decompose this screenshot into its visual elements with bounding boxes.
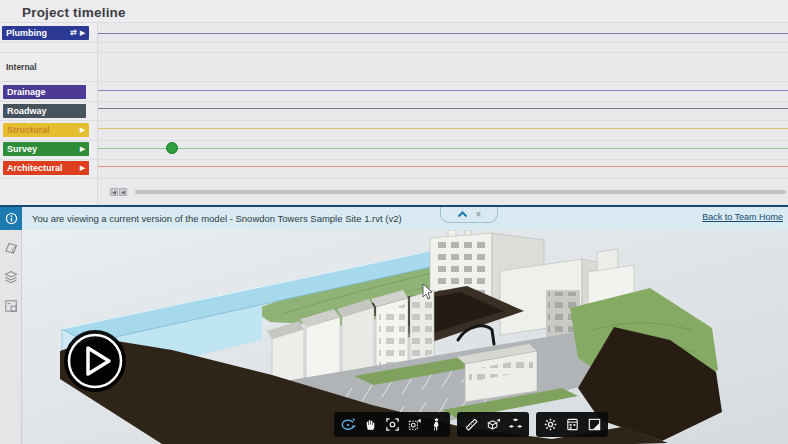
timeline-line-drainage	[98, 90, 788, 91]
version-notification-bar: You are viewing a current version of the…	[0, 205, 788, 230]
timeline-line-survey	[98, 148, 788, 149]
toolbar-group-analysis	[457, 412, 529, 437]
timeline-event-marker[interactable]	[166, 142, 178, 154]
viewer-sidebar	[0, 230, 22, 444]
properties-icon	[565, 417, 580, 432]
timeline-line-structural	[98, 128, 788, 129]
fit-view-button[interactable]	[381, 412, 403, 437]
back-to-team-home-link[interactable]: Back to Team Home	[702, 212, 783, 222]
timeline-line-plumbing	[98, 33, 788, 34]
layers-icon[interactable]	[3, 269, 19, 285]
group-label-internal: Internal	[6, 62, 37, 72]
pan-tool-button[interactable]	[359, 412, 381, 437]
row-separator	[0, 159, 788, 160]
notification-collapse-tab: ×	[440, 207, 498, 223]
discipline-bar-roadway[interactable]: Roadway	[3, 104, 86, 118]
measure-tool-button[interactable]	[460, 412, 482, 437]
first-person-button[interactable]	[425, 412, 447, 437]
play-video-button[interactable]	[63, 329, 127, 393]
discipline-bar-survey[interactable]: Survey ▶	[3, 142, 89, 156]
views-icon[interactable]	[3, 298, 19, 314]
row-separator	[0, 178, 788, 179]
discipline-label: Drainage	[7, 87, 82, 97]
pan-hand-icon	[363, 417, 378, 432]
explode-icon	[508, 417, 523, 432]
row-separator	[0, 120, 788, 121]
scroll-step-left-button[interactable]: ◀	[119, 188, 127, 196]
gear-icon	[543, 417, 558, 432]
camera-views-icon	[407, 417, 422, 432]
row-separator	[0, 42, 788, 43]
discipline-bar-plumbing[interactable]: Plumbing ⇄ ▶	[2, 26, 89, 40]
discipline-label: Plumbing	[6, 28, 67, 38]
timeline-line-architectural	[98, 166, 788, 167]
discipline-label: Survey	[7, 144, 77, 154]
orbit-tool-button[interactable]	[337, 412, 359, 437]
explode-model-button[interactable]	[504, 412, 526, 437]
close-icon[interactable]: ×	[476, 210, 482, 220]
fullscreen-icon	[587, 417, 602, 432]
timeline-scrollbar[interactable]	[135, 190, 786, 194]
notification-message: You are viewing a current version of the…	[32, 207, 402, 230]
play-icon: ▶	[80, 146, 85, 153]
sheets-icon[interactable]	[3, 240, 19, 256]
app-window: Project timeline Plumbing ⇄ ▶ Internal D…	[0, 0, 788, 444]
chevron-up-icon[interactable]	[457, 211, 468, 218]
row-separator	[0, 81, 788, 82]
row-separator	[0, 52, 788, 53]
play-icon: ▶	[80, 165, 85, 172]
play-icon: ▶	[80, 30, 85, 37]
row-separator	[0, 22, 788, 23]
model-browser-button[interactable]	[482, 412, 504, 437]
first-person-icon	[429, 417, 444, 432]
toolbar-group-navigation	[334, 412, 450, 437]
info-badge	[0, 207, 22, 230]
row-separator	[0, 140, 788, 141]
scroll-step-left-button[interactable]: ◀	[110, 188, 118, 196]
measure-icon	[464, 417, 479, 432]
info-icon	[4, 211, 19, 226]
project-timeline-panel: Project timeline Plumbing ⇄ ▶ Internal D…	[0, 0, 788, 205]
fit-view-icon	[385, 417, 400, 432]
discipline-label: Structural	[7, 125, 77, 135]
camera-views-button[interactable]	[403, 412, 425, 437]
orbit-icon	[340, 417, 356, 433]
model-viewer	[0, 230, 788, 444]
discipline-bar-structural[interactable]: Structural ▶	[3, 123, 89, 137]
discipline-bar-architectural[interactable]: Architectural ▶	[3, 161, 89, 175]
timeline-line-roadway	[98, 108, 788, 109]
fullscreen-button[interactable]	[583, 412, 605, 437]
sync-icon: ⇄	[70, 29, 77, 37]
row-separator	[0, 101, 788, 102]
settings-button[interactable]	[539, 412, 561, 437]
discipline-label: Roadway	[7, 106, 82, 116]
page-title: Project timeline	[22, 5, 126, 20]
properties-button[interactable]	[561, 412, 583, 437]
play-icon: ▶	[80, 127, 85, 134]
discipline-bar-drainage[interactable]: Drainage	[3, 85, 86, 99]
toolbar-group-settings	[536, 412, 608, 437]
discipline-label: Architectural	[7, 163, 77, 173]
model-browser-icon	[486, 417, 501, 432]
